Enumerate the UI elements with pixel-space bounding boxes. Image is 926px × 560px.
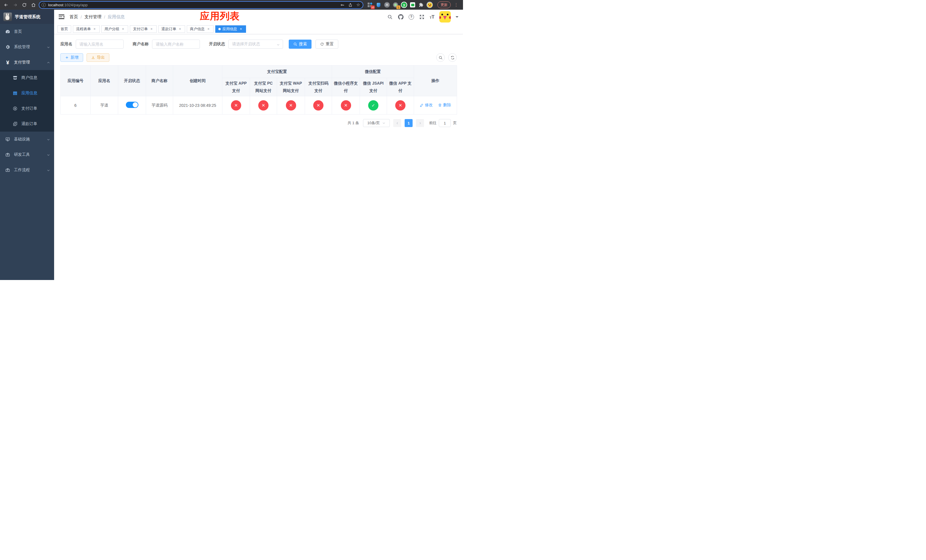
extensions-puzzle-icon[interactable]	[418, 2, 424, 8]
sidebar-item-merchant-info[interactable]: 商户信息	[0, 70, 54, 85]
address-bar[interactable]: localhost:1024/pay/app	[39, 1, 363, 9]
toolbox-icon	[5, 152, 10, 157]
home-icon[interactable]	[30, 1, 37, 9]
page-unit-label: 页	[453, 121, 457, 126]
close-icon[interactable]	[239, 27, 243, 31]
url-text[interactable]: localhost:1024/pay/app	[48, 3, 337, 7]
status-select[interactable]: 请选择开启状态	[228, 39, 283, 49]
back-icon[interactable]	[2, 1, 10, 9]
tag-merchant-info[interactable]: 商户信息	[187, 25, 213, 33]
total-count: 共 1 条	[348, 121, 359, 126]
help-icon[interactable]	[409, 14, 414, 20]
search-icon[interactable]	[387, 14, 393, 20]
col-wechat-jsapi: 微信 JSAPI 支付	[360, 78, 387, 96]
site-info-icon[interactable]	[42, 3, 46, 7]
extension-grid-icon[interactable]: 10	[367, 2, 373, 8]
extension-chat-icon[interactable]	[410, 2, 416, 8]
cell-created: 2021-10-23 08:49:25	[173, 96, 222, 115]
export-button[interactable]: 导出	[86, 53, 109, 62]
browser-menu-icon[interactable]	[454, 2, 459, 8]
tag-home[interactable]: 首页	[57, 25, 71, 33]
browser-profile-avatar[interactable]	[427, 2, 433, 8]
cell-merchant: 芋道源码	[146, 96, 173, 115]
col-group-alipay: 支付宝配置	[222, 65, 332, 78]
breadcrumb: 首页 / 支付管理 / 应用信息	[70, 14, 125, 20]
share-icon[interactable]	[347, 2, 354, 8]
delete-link[interactable]: 删除	[438, 103, 451, 107]
page-title-overlay: 应用列表	[200, 10, 240, 23]
sidebar-item-system[interactable]: 系统管理	[0, 39, 54, 55]
search-icon	[293, 42, 297, 46]
cell-app-name: 芋道	[91, 96, 118, 115]
col-wechat-lite: 微信小程序支付	[332, 78, 360, 96]
password-key-icon[interactable]	[339, 2, 346, 8]
extension-command-icon[interactable]	[384, 2, 390, 8]
sidebar-item-refund-order[interactable]: 退款订单	[0, 116, 54, 132]
next-page-button[interactable]	[416, 119, 424, 127]
refresh-table-button[interactable]	[448, 53, 457, 62]
github-icon[interactable]	[398, 14, 404, 20]
page-content: 应用名 商户名称 开启状态 请选择开启状态	[54, 34, 463, 280]
sidebar-item-home[interactable]: 首页	[0, 24, 54, 39]
close-icon[interactable]	[92, 27, 97, 31]
tag-process-form[interactable]: 流程表单	[73, 25, 100, 33]
breadcrumb-payment[interactable]: 支付管理	[84, 14, 101, 20]
col-status: 开启状态	[118, 65, 146, 96]
trash-icon	[438, 103, 442, 107]
sidebar-fold-icon[interactable]	[59, 15, 64, 19]
col-created: 创建时间	[173, 65, 222, 96]
forward-icon[interactable]	[11, 1, 19, 9]
payment-submenu: 商户信息 应用信息 支付订单	[0, 70, 54, 132]
prev-page-button[interactable]	[393, 119, 401, 127]
wechat-lite-status-icon: ✕	[341, 100, 351, 110]
status-label: 开启状态	[209, 42, 225, 47]
close-icon[interactable]	[178, 27, 182, 31]
tag-user-group[interactable]: 用户分组	[101, 25, 128, 33]
tag-app-info[interactable]: 应用信息	[215, 25, 246, 33]
tags-view-bar: 首页 流程表单 用户分组 支付订单 退款订单 商户信息 应用信息	[54, 24, 463, 34]
breadcrumb-home[interactable]: 首页	[70, 14, 78, 20]
extension-recorder-icon[interactable]: 1	[392, 2, 399, 8]
extension-gem-icon[interactable]	[375, 2, 381, 8]
font-size-icon[interactable]	[430, 15, 434, 20]
browser-update-button[interactable]: 更新	[437, 2, 451, 8]
app-navbar: 首页 / 支付管理 / 应用信息 应用列表	[54, 10, 463, 24]
user-avatar[interactable]	[439, 11, 451, 23]
toggle-search-button[interactable]	[436, 53, 445, 62]
goto-label: 前往	[429, 121, 437, 126]
user-menu-caret-icon[interactable]	[455, 16, 458, 19]
chevron-left-icon	[396, 122, 399, 125]
document-icon	[12, 121, 18, 127]
sidebar-logo[interactable]: 芋道管理系统	[0, 10, 54, 24]
tag-pay-order[interactable]: 支付订单	[130, 25, 157, 33]
reload-icon[interactable]	[21, 1, 28, 9]
close-icon[interactable]	[121, 27, 125, 31]
edit-link[interactable]: 修改	[420, 103, 433, 107]
close-icon[interactable]	[150, 27, 153, 31]
page-number-1[interactable]: 1	[405, 119, 413, 127]
extension-cluster: 10 1 y	[365, 2, 434, 8]
extension-y-icon[interactable]: y	[401, 2, 407, 8]
fullscreen-icon[interactable]	[419, 14, 425, 20]
tag-refund-order[interactable]: 退款订单	[158, 25, 185, 33]
app-name-input[interactable]	[76, 39, 124, 49]
merchant-name-input[interactable]	[152, 39, 200, 49]
sidebar-item-payment[interactable]: ¥ 支付管理	[0, 55, 54, 70]
search-button[interactable]: 搜索	[289, 39, 312, 49]
status-switch[interactable]	[126, 102, 138, 108]
col-merchant: 商户名称	[146, 65, 173, 96]
sidebar-item-pay-order[interactable]: 支付订单	[0, 101, 54, 116]
sidebar-item-workflow[interactable]: 工作流程	[0, 162, 54, 178]
sidebar-item-infrastructure[interactable]: 基础设施	[0, 132, 54, 147]
app-title: 芋道管理系统	[15, 14, 41, 20]
sidebar-item-app-info[interactable]: 应用信息	[0, 85, 54, 101]
close-icon[interactable]	[206, 27, 210, 31]
bookmark-star-icon[interactable]	[355, 2, 362, 8]
page-size-select[interactable]: 10条/页	[363, 119, 390, 127]
goto-page-input[interactable]	[439, 119, 451, 127]
add-button[interactable]: 新增	[61, 53, 83, 62]
reset-button[interactable]: 重置	[316, 39, 338, 49]
sidebar-item-dev-tools[interactable]: 研发工具	[0, 147, 54, 162]
grid-icon	[12, 91, 18, 96]
chevron-down-icon	[47, 153, 50, 156]
